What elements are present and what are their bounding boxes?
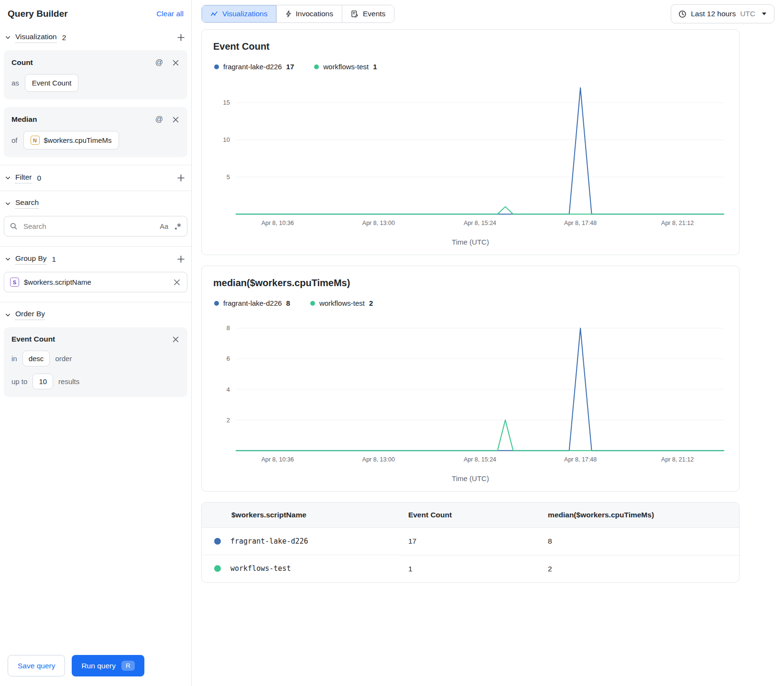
event-count-chart-card: Event Count fragrant-lake-d226 17 workfl… — [201, 29, 740, 255]
median-value: 2 — [540, 555, 739, 582]
results-table: $workers.scriptName Event Count median($… — [202, 503, 739, 582]
add-group-by-button[interactable] — [175, 254, 186, 265]
results-table-body: fragrant-lake-d226178workflows-test12 — [202, 528, 739, 582]
mention-icon[interactable]: @ — [154, 58, 164, 67]
legend-item[interactable]: fragrant-lake-d226 8 — [214, 299, 290, 307]
legend-series-name: workflows-test — [319, 299, 365, 307]
results-table-card: $workers.scriptName Event Count median($… — [201, 502, 740, 583]
order-by-field: Event Count — [11, 335, 55, 343]
event-count-line-chart[interactable]: 51015Apr 8, 10:36Apr 8, 13:00Apr 8, 15:2… — [213, 76, 728, 234]
chart-legend: fragrant-lake-d226 17 workflows-test 1 — [214, 63, 728, 71]
filter-section-header[interactable]: Filter 0 — [4, 166, 187, 190]
tab-label: Invocations — [296, 10, 333, 18]
col-median: median($workers.cpuTimeMs) — [540, 503, 739, 528]
visualization-card-title: Count — [11, 58, 33, 67]
view-tabs: Visualizations Invocations Events — [201, 5, 394, 23]
close-icon[interactable] — [172, 116, 180, 124]
tab-events[interactable]: Events — [342, 5, 394, 22]
svg-text:Apr 8, 13:00: Apr 8, 13:00 — [362, 220, 395, 226]
clock-icon — [678, 10, 686, 18]
match-case-icon[interactable]: Aa — [160, 223, 168, 230]
up-to-label: up to — [11, 377, 27, 386]
group-by-section-header[interactable]: Group By 1 — [4, 247, 187, 271]
x-axis-label: Time (UTC) — [213, 474, 728, 482]
event-count-alias-chip[interactable]: Event Count — [25, 74, 79, 92]
as-label: as — [11, 79, 19, 87]
chevron-down-icon — [5, 312, 11, 318]
close-icon[interactable] — [173, 278, 181, 287]
in-label: in — [11, 354, 17, 363]
legend-item[interactable]: fragrant-lake-d226 17 — [214, 63, 294, 71]
svg-text:10: 10 — [223, 136, 230, 143]
group-by-count: 1 — [52, 255, 56, 264]
run-query-button[interactable]: Run query R — [72, 655, 144, 676]
x-axis-label: Time (UTC) — [213, 238, 728, 246]
tab-visualizations[interactable]: Visualizations — [202, 5, 276, 22]
svg-text:Apr 8, 21:12: Apr 8, 21:12 — [661, 456, 694, 463]
filter-section-label: Filter — [15, 173, 32, 183]
add-visualization-button[interactable] — [175, 32, 186, 43]
tab-label: Events — [363, 10, 385, 18]
svg-text:6: 6 — [227, 355, 230, 363]
close-icon[interactable] — [172, 335, 180, 343]
visualization-card-count: Count @ as Event Count — [4, 50, 187, 99]
add-filter-button[interactable] — [175, 172, 186, 183]
series-color-dot — [214, 64, 219, 69]
chevron-down-icon — [762, 12, 767, 16]
search-field-wrap: Aa — [4, 216, 187, 236]
svg-text:Apr 8, 21:12: Apr 8, 21:12 — [661, 220, 694, 226]
series-color-dot — [310, 301, 315, 306]
chart-legend: fragrant-lake-d226 8 workflows-test 2 — [214, 299, 728, 307]
svg-text:5: 5 — [227, 173, 230, 181]
svg-text:4: 4 — [227, 386, 230, 393]
search-icon — [10, 223, 17, 232]
chevron-down-icon — [5, 34, 11, 41]
clear-all-link[interactable]: Clear all — [156, 10, 184, 18]
group-by-field: $workers.scriptName — [24, 278, 91, 286]
tab-invocations[interactable]: Invocations — [276, 5, 342, 22]
svg-text:Apr 8, 15:24: Apr 8, 15:24 — [464, 220, 496, 226]
visualization-section-label: Visualization — [15, 32, 57, 43]
order-by-section-header[interactable]: Order By — [4, 303, 187, 326]
visualization-count: 2 — [62, 33, 66, 42]
median-cpu-line-chart[interactable]: 2468Apr 8, 10:36Apr 8, 13:00Apr 8, 15:24… — [213, 313, 728, 471]
regex-icon[interactable] — [174, 223, 182, 230]
lightning-icon — [285, 10, 292, 18]
query-builder-sidebar: Query Builder Clear all Visualization 2 … — [0, 0, 192, 686]
col-script-name: $workers.scriptName — [202, 503, 401, 528]
close-icon[interactable] — [172, 59, 180, 67]
group-by-item[interactable]: S $workers.scriptName — [4, 272, 187, 292]
median-field-chip[interactable]: N $workers.cpuTimeMs — [23, 131, 119, 150]
chart-title: Event Count — [213, 41, 728, 52]
mention-icon[interactable]: @ — [154, 115, 164, 124]
series-color-dot — [214, 565, 221, 572]
legend-series-value: 1 — [373, 63, 377, 71]
search-section-label: Search — [15, 198, 39, 209]
save-query-button[interactable]: Save query — [8, 655, 65, 676]
series-color-dot — [214, 538, 221, 545]
visualization-section-header[interactable]: Visualization 2 — [4, 26, 187, 49]
order-by-section-label: Order By — [15, 310, 45, 320]
chart-title: median($workers.cpuTimeMs) — [213, 278, 728, 289]
svg-text:Apr 8, 17:48: Apr 8, 17:48 — [564, 456, 597, 463]
of-label: of — [11, 136, 18, 144]
svg-text:Apr 8, 17:48: Apr 8, 17:48 — [564, 220, 597, 226]
svg-text:Apr 8, 13:00: Apr 8, 13:00 — [362, 456, 395, 463]
result-limit-chip[interactable]: 10 — [33, 374, 53, 389]
svg-text:8: 8 — [227, 324, 230, 332]
string-type-icon: S — [10, 278, 19, 287]
table-header-row: $workers.scriptName Event Count median($… — [202, 503, 739, 528]
svg-text:Apr 8, 15:24: Apr 8, 15:24 — [464, 456, 496, 463]
svg-text:2: 2 — [227, 417, 230, 424]
event-count-value: 1 — [401, 555, 540, 582]
sort-direction-chip[interactable]: desc — [22, 351, 50, 366]
table-row: workflows-test12 — [202, 555, 739, 582]
results-label: results — [58, 377, 79, 386]
sidebar-header: Query Builder Clear all — [4, 0, 187, 26]
legend-item[interactable]: workflows-test 1 — [314, 63, 377, 71]
col-event-count: Event Count — [401, 503, 540, 528]
group-by-section-label: Group By — [15, 254, 46, 265]
time-range-selector[interactable]: Last 12 hours UTC — [671, 4, 774, 23]
search-section-header[interactable]: Search — [4, 192, 187, 215]
legend-item[interactable]: workflows-test 2 — [310, 299, 373, 307]
